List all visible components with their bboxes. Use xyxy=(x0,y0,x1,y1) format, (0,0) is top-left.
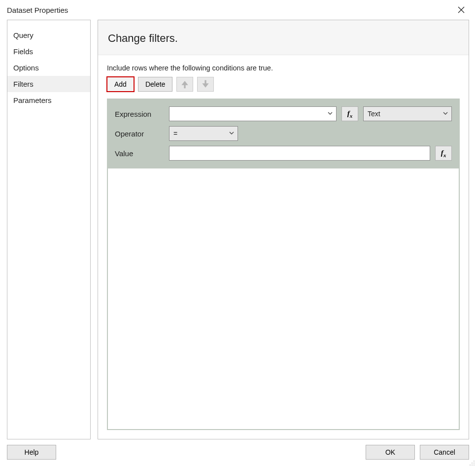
chevron-down-icon xyxy=(229,130,235,137)
arrow-up-icon xyxy=(180,79,190,89)
instruction-text: Include rows where the following conditi… xyxy=(107,64,460,72)
operator-label: Operator xyxy=(115,130,169,138)
filter-toolbar: Add Delete xyxy=(107,77,460,92)
value-input[interactable] xyxy=(169,146,430,161)
cancel-button[interactable]: Cancel xyxy=(420,445,469,460)
sidebar-item-query[interactable]: Query xyxy=(7,27,90,43)
main-panel: Change filters. Include rows where the f… xyxy=(98,20,469,439)
chevron-down-icon xyxy=(442,110,448,118)
operator-value: = xyxy=(173,130,177,137)
filters-container: Expression fx Text xyxy=(107,99,460,430)
expression-label: Expression xyxy=(115,110,169,118)
operator-row: Operator = xyxy=(115,126,452,141)
type-value: Text xyxy=(368,110,380,118)
help-button[interactable]: Help xyxy=(7,445,56,460)
move-down-button[interactable] xyxy=(197,77,214,92)
panel-body: Include rows where the following conditi… xyxy=(98,55,469,439)
value-label: Value xyxy=(115,149,169,158)
sidebar: Query Fields Options Filters Parameters xyxy=(7,20,91,439)
sidebar-item-options[interactable]: Options xyxy=(7,60,90,76)
close-icon xyxy=(458,6,465,13)
value-fx-button[interactable]: fx xyxy=(435,146,452,161)
window-title: Dataset Properties xyxy=(7,6,68,14)
svg-point-6 xyxy=(472,465,473,466)
expression-fx-button[interactable]: fx xyxy=(341,106,358,121)
svg-point-7 xyxy=(474,465,475,466)
type-combo[interactable]: Text xyxy=(363,106,452,121)
add-button[interactable]: Add xyxy=(107,77,134,92)
expression-row: Expression fx Text xyxy=(115,106,452,121)
panel-header: Change filters. xyxy=(98,20,469,55)
footer-right: OK Cancel xyxy=(366,445,469,460)
svg-point-4 xyxy=(474,463,475,464)
ok-button[interactable]: OK xyxy=(366,445,415,460)
value-row: Value fx xyxy=(115,146,452,161)
svg-point-5 xyxy=(470,465,471,466)
footer: Help OK Cancel xyxy=(0,439,476,465)
body-area: Query Fields Options Filters Parameters … xyxy=(0,20,476,439)
chevron-down-icon xyxy=(327,110,333,118)
sidebar-item-fields[interactable]: Fields xyxy=(7,43,90,60)
expression-combo[interactable] xyxy=(169,106,337,121)
arrow-down-icon xyxy=(201,79,210,89)
sidebar-item-parameters[interactable]: Parameters xyxy=(7,92,90,108)
delete-button[interactable]: Delete xyxy=(138,77,172,92)
svg-point-3 xyxy=(472,463,473,464)
panel-heading: Change filters. xyxy=(108,32,459,45)
move-up-button[interactable] xyxy=(176,77,193,92)
filter-row: Expression fx Text xyxy=(108,100,459,168)
resize-grip[interactable] xyxy=(468,459,475,466)
operator-combo[interactable]: = xyxy=(169,126,238,141)
close-button[interactable] xyxy=(451,2,471,17)
titlebar: Dataset Properties xyxy=(0,0,476,20)
svg-point-2 xyxy=(474,461,475,462)
sidebar-item-filters[interactable]: Filters xyxy=(7,76,90,92)
